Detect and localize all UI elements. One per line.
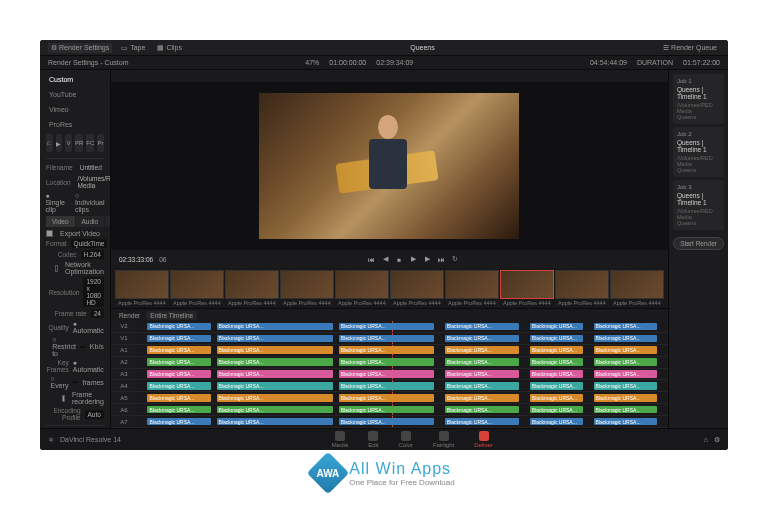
timeline-clip[interactable]: Blackmagic URSA...: [339, 418, 435, 426]
track-label[interactable]: A3: [111, 369, 137, 381]
page-tab-edit[interactable]: Edit: [368, 431, 378, 448]
page-tab-deliver[interactable]: Deliver: [474, 431, 493, 448]
timeline-clip[interactable]: Blackmagic URSA...: [445, 418, 519, 426]
thumbnail[interactable]: Apple ProRes 4444: [335, 270, 389, 306]
timeline-clip[interactable]: Blackmagic URSA...: [530, 346, 583, 354]
audio-tab[interactable]: Audio: [76, 216, 105, 227]
thumbnail[interactable]: Apple ProRes 4444: [115, 270, 169, 306]
track-label[interactable]: A7: [111, 416, 137, 428]
preset-prores[interactable]: ProRes: [46, 119, 75, 130]
timeline-clip[interactable]: Blackmagic URSA...: [594, 370, 658, 378]
timeline-clip[interactable]: Blackmagic URSA...: [445, 382, 519, 390]
resolution-select[interactable]: 1920 x 1080 HD: [83, 277, 103, 307]
tape-tab[interactable]: ▭Tape: [118, 43, 148, 53]
timeline-clip[interactable]: Blackmagic URSA...: [339, 323, 435, 331]
preset-box-fcp[interactable]: FC: [86, 134, 94, 152]
timeline-clip[interactable]: Blackmagic URSA...: [594, 358, 658, 366]
timeline-track[interactable]: Blackmagic URSA...Blackmagic URSA...Blac…: [137, 404, 668, 416]
timeline-track[interactable]: Blackmagic URSA...Blackmagic URSA...Blac…: [137, 369, 668, 381]
track-label[interactable]: A2: [111, 357, 137, 369]
timeline-clip[interactable]: Blackmagic URSA...: [445, 370, 519, 378]
render-job[interactable]: Job 2Queens | Timeline 1/Volumes/RED Med…: [673, 127, 724, 177]
timeline-clip[interactable]: Blackmagic URSA...: [339, 382, 435, 390]
render-settings-tab[interactable]: ⚙Render Settings: [48, 43, 112, 53]
quality-kbs-input[interactable]: [80, 346, 86, 348]
thumbnail[interactable]: Apple ProRes 4444: [610, 270, 664, 306]
preset-youtube[interactable]: YouTube: [46, 89, 80, 100]
timeline-clip[interactable]: Blackmagic URSA...: [339, 370, 435, 378]
thumbnail[interactable]: Apple ProRes 4444: [390, 270, 444, 306]
frame-reorder-checkbox[interactable]: [62, 395, 65, 402]
timeline-clip[interactable]: Blackmagic URSA...: [147, 358, 211, 366]
timeline-clip[interactable]: Blackmagic URSA...: [217, 323, 334, 331]
codec-select[interactable]: H.264: [81, 250, 104, 259]
timeline-clip[interactable]: Blackmagic URSA...: [217, 418, 334, 426]
zoom-level[interactable]: 47%: [305, 59, 319, 66]
page-tab-fairlight[interactable]: Fairlight: [433, 431, 454, 448]
quality-auto-radio[interactable]: ● Automatic: [73, 320, 104, 334]
timeline-track[interactable]: Blackmagic URSA...Blackmagic URSA...Blac…: [137, 392, 668, 404]
timeline-clip[interactable]: Blackmagic URSA...: [530, 370, 583, 378]
timeline-clip[interactable]: Blackmagic URSA...: [147, 335, 211, 343]
page-tab-color[interactable]: Color: [399, 431, 413, 448]
thumbnail[interactable]: Apple ProRes 4444: [500, 270, 554, 306]
track-label[interactable]: V1: [111, 333, 137, 345]
timeline-clip[interactable]: Blackmagic URSA...: [339, 346, 435, 354]
timeline-clip[interactable]: Blackmagic URSA...: [445, 335, 519, 343]
stop-button[interactable]: ■: [394, 254, 404, 264]
timeline-clip[interactable]: Blackmagic URSA...: [147, 370, 211, 378]
preset-vimeo[interactable]: Vimeo: [46, 104, 72, 115]
home-icon[interactable]: ⌂: [704, 436, 708, 443]
track-label[interactable]: A4: [111, 380, 137, 392]
preset-box-premiere[interactable]: Pr: [97, 134, 104, 152]
timeline-clip[interactable]: Blackmagic URSA...: [147, 406, 211, 414]
keyframes-input[interactable]: [72, 381, 78, 383]
timeline-track[interactable]: Blackmagic URSA...Blackmagic URSA...Blac…: [137, 416, 668, 428]
timeline-clip[interactable]: Blackmagic URSA...: [594, 382, 658, 390]
prev-clip-button[interactable]: ⏮: [366, 254, 376, 264]
timeline-clip[interactable]: Blackmagic URSA...: [445, 346, 519, 354]
timeline-track[interactable]: Blackmagic URSA...Blackmagic URSA...Blac…: [137, 380, 668, 392]
preset-box-vimeo[interactable]: V: [65, 134, 72, 152]
render-job[interactable]: Job 3Queens | Timeline 1/Volumes/RED Med…: [673, 180, 724, 230]
timeline-clip[interactable]: Blackmagic URSA...: [339, 358, 435, 366]
quality-restrict-radio[interactable]: ○ Restrict to: [52, 336, 76, 357]
thumbnail[interactable]: Apple ProRes 4444: [170, 270, 224, 306]
start-render-button[interactable]: Start Render: [673, 237, 724, 250]
timeline-clip[interactable]: Blackmagic URSA...: [445, 394, 519, 402]
step-fwd-button[interactable]: ▶: [422, 254, 432, 264]
timeline-clip[interactable]: Blackmagic URSA...: [530, 358, 583, 366]
format-select[interactable]: QuickTime: [71, 239, 108, 248]
timeline-clip[interactable]: Blackmagic URSA...: [217, 382, 334, 390]
timeline-clip[interactable]: Blackmagic URSA...: [147, 418, 211, 426]
timeline-clip[interactable]: Blackmagic URSA...: [147, 346, 211, 354]
keyframes-every-radio[interactable]: ○ Every: [51, 375, 69, 389]
preset-box-custom[interactable]: ⎌: [46, 134, 53, 152]
page-tab-media[interactable]: Media: [332, 431, 348, 448]
timeline-clip[interactable]: Blackmagic URSA...: [339, 335, 435, 343]
timeline-clip[interactable]: Blackmagic URSA...: [530, 382, 583, 390]
framerate-select[interactable]: 24: [91, 309, 104, 318]
timeline-clip[interactable]: Blackmagic URSA...: [594, 323, 658, 331]
step-back-button[interactable]: ◀: [380, 254, 390, 264]
timeline-clip[interactable]: Blackmagic URSA...: [594, 406, 658, 414]
preset-box-youtube[interactable]: ▶: [56, 134, 63, 152]
render-single-radio[interactable]: ● Single clip: [45, 192, 64, 213]
timeline-clip[interactable]: Blackmagic URSA...: [217, 358, 334, 366]
timeline-clip[interactable]: Blackmagic URSA...: [217, 370, 334, 378]
track-label[interactable]: V2: [111, 321, 137, 333]
timeline-clip[interactable]: Blackmagic URSA...: [530, 335, 583, 343]
timeline-clip[interactable]: Blackmagic URSA...: [339, 406, 435, 414]
timeline-clip[interactable]: Blackmagic URSA...: [445, 406, 519, 414]
export-video-checkbox[interactable]: [46, 230, 53, 237]
timeline-clip[interactable]: Blackmagic URSA...: [339, 394, 435, 402]
timeline-clip[interactable]: Blackmagic URSA...: [594, 418, 658, 426]
thumbnail[interactable]: Apple ProRes 4444: [555, 270, 609, 306]
render-job[interactable]: Job 1Queens | Timeline 1/Volumes/RED Med…: [673, 74, 724, 124]
thumbnail[interactable]: Apple ProRes 4444: [280, 270, 334, 306]
timeline-clip[interactable]: Blackmagic URSA...: [530, 394, 583, 402]
timeline-track[interactable]: Blackmagic URSA...Blackmagic URSA...Blac…: [137, 357, 668, 369]
timeline-clip[interactable]: Blackmagic URSA...: [530, 406, 583, 414]
settings-gear-icon[interactable]: ⚙: [714, 436, 720, 444]
timeline-track[interactable]: Blackmagic URSA...Blackmagic URSA...Blac…: [137, 333, 668, 345]
